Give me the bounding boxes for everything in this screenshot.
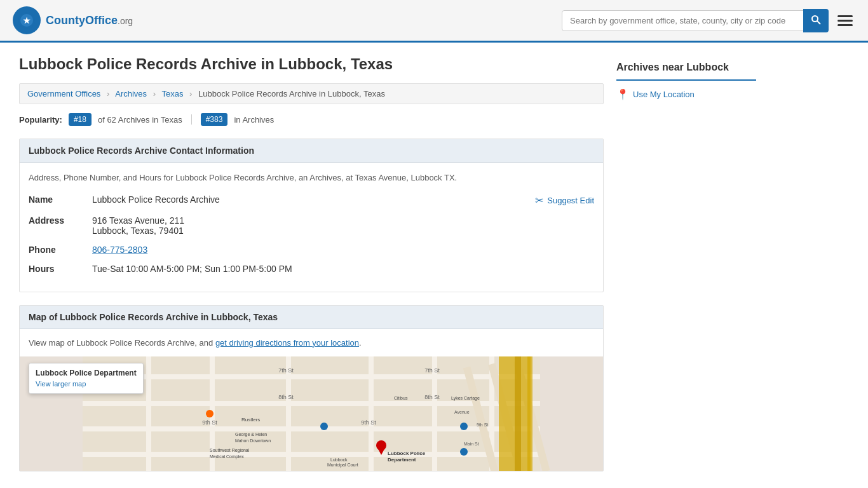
contact-section-body: Address, Phone Number, and Hours for Lub… xyxy=(20,163,603,292)
svg-rect-21 xyxy=(527,356,532,471)
menu-line xyxy=(837,15,853,17)
map-section-header: Map of Lubbock Police Records Archive in… xyxy=(20,306,603,329)
svg-text:Southwest Regional: Southwest Regional xyxy=(210,448,250,453)
main-container: Lubbock Police Records Archive in Lubboc… xyxy=(0,43,868,484)
breadcrumb-sep: › xyxy=(153,89,156,98)
breadcrumb-current: Lubbock Police Records Archive in Lubboc… xyxy=(198,89,385,98)
svg-text:Department: Department xyxy=(388,457,416,463)
content-area: Lubbock Police Records Archive in Lubboc… xyxy=(19,55,604,471)
use-my-location-link[interactable]: 📍 Use My Location xyxy=(616,88,756,100)
name-row: Name Lubbock Police Records Archive ✂ Su… xyxy=(29,194,594,207)
phone-value: 806-775-2803 xyxy=(92,245,594,255)
logo-area: ★ CountyOffice.org xyxy=(13,6,133,34)
popularity-rank2-badge: #383 xyxy=(201,113,228,126)
contact-section: Lubbock Police Records Archive Contact I… xyxy=(19,139,604,292)
map-desc-after: . xyxy=(359,338,362,348)
hours-row: Hours Tue-Sat 10:00 AM-5:00 PM; Sun 1:00… xyxy=(29,264,594,274)
map-popup: Lubbock Police Department View larger ma… xyxy=(29,363,144,394)
svg-text:7th St: 7th St xyxy=(278,367,294,374)
svg-text:Rustlers: Rustlers xyxy=(241,417,260,423)
address-line2: Lubbock, Texas, 79401 xyxy=(92,226,184,236)
driving-directions-link[interactable]: get driving directions from your locatio… xyxy=(215,338,359,348)
phone-label: Phone xyxy=(29,245,92,255)
svg-text:Municipal Court: Municipal Court xyxy=(327,463,358,468)
breadcrumb-sep: › xyxy=(189,89,192,98)
phone-row: Phone 806-775-2803 xyxy=(29,245,594,255)
svg-text:Mahon Downtown: Mahon Downtown xyxy=(235,438,271,443)
svg-text:8th St: 8th St xyxy=(278,394,294,400)
use-location-label: Use My Location xyxy=(633,90,695,99)
svg-text:Citibus: Citibus xyxy=(394,396,408,400)
phone-link[interactable]: 806-775-2803 xyxy=(92,245,147,255)
popularity-label: Popularity: xyxy=(19,115,62,125)
logo-icon: ★ xyxy=(13,6,41,34)
svg-text:Medical Complex: Medical Complex xyxy=(210,454,244,459)
svg-text:8th St: 8th St xyxy=(424,394,440,400)
breadcrumb: Government Offices › Archives › Texas › … xyxy=(19,83,604,104)
svg-point-3 xyxy=(812,16,818,22)
sidebar-title: Archives near Lubbock xyxy=(616,55,756,81)
popularity-rank2-text: in Archives xyxy=(234,115,274,125)
location-pin-icon: 📍 xyxy=(616,88,629,100)
svg-text:9th St: 9th St xyxy=(202,419,217,426)
svg-rect-20 xyxy=(515,356,521,471)
hours-value: Tue-Sat 10:00 AM-5:00 PM; Sun 1:00 PM-5:… xyxy=(92,264,594,274)
menu-line xyxy=(837,24,853,26)
popularity-bar: Popularity: #18 of 62 Archives in Texas … xyxy=(19,113,604,126)
menu-line xyxy=(837,20,853,22)
svg-text:Lubbock Police: Lubbock Police xyxy=(388,451,426,456)
map-desc-before: View map of Lubbock Police Records Archi… xyxy=(29,338,215,348)
svg-rect-13 xyxy=(369,356,374,471)
address-line1: 916 Texas Avenue, 211 xyxy=(92,215,184,226)
search-wrapper xyxy=(562,10,829,31)
popularity-divider xyxy=(191,114,192,125)
address-label: Address xyxy=(29,215,92,226)
breadcrumb-gov-offices[interactable]: Government Offices xyxy=(27,89,100,98)
svg-line-4 xyxy=(817,21,820,24)
name-value: Lubbock Police Records Archive xyxy=(92,194,535,205)
menu-button[interactable] xyxy=(835,13,855,29)
site-header: ★ CountyOffice.org xyxy=(0,0,868,43)
svg-point-32 xyxy=(460,448,468,456)
map-container[interactable]: Lubbock Police Department View larger ma… xyxy=(20,356,603,471)
edit-icon: ✂ xyxy=(535,194,543,207)
svg-text:7th St: 7th St xyxy=(424,367,440,374)
sidebar: Archives near Lubbock 📍 Use My Location xyxy=(616,55,756,471)
contact-section-header: Lubbock Police Records Archive Contact I… xyxy=(20,139,603,163)
map-popup-title: Lubbock Police Department xyxy=(36,369,137,377)
view-larger-map-link[interactable]: View larger map xyxy=(36,380,86,388)
popularity-rank1-text: of 62 Archives in Texas xyxy=(98,115,182,125)
suggest-edit-link[interactable]: ✂ Suggest Edit xyxy=(535,194,594,207)
svg-text:Main St: Main St xyxy=(464,442,479,446)
contact-description: Address, Phone Number, and Hours for Lub… xyxy=(29,172,594,184)
svg-text:9th St: 9th St xyxy=(477,423,488,427)
svg-rect-12 xyxy=(286,356,291,471)
address-value: 916 Texas Avenue, 211 Lubbock, Texas, 79… xyxy=(92,215,594,236)
svg-text:9th St: 9th St xyxy=(361,419,376,426)
popularity-rank1-badge: #18 xyxy=(69,113,92,126)
svg-point-33 xyxy=(206,410,214,417)
logo-text: CountyOffice.org xyxy=(46,14,133,27)
page-title: Lubbock Police Records Archive in Lubboc… xyxy=(19,55,604,73)
address-row: Address 916 Texas Avenue, 211 Lubbock, T… xyxy=(29,215,594,236)
suggest-edit-label: Suggest Edit xyxy=(547,196,594,205)
svg-point-30 xyxy=(320,423,328,430)
svg-text:Lykes Cartage: Lykes Cartage xyxy=(451,396,480,401)
breadcrumb-sep: › xyxy=(107,89,109,98)
svg-text:★: ★ xyxy=(23,16,31,25)
map-section: Map of Lubbock Police Records Archive in… xyxy=(19,305,604,472)
svg-point-31 xyxy=(460,423,468,430)
svg-text:Avenue: Avenue xyxy=(454,410,470,414)
map-description: View map of Lubbock Police Records Archi… xyxy=(20,329,603,357)
breadcrumb-archives[interactable]: Archives xyxy=(115,89,147,98)
search-input[interactable] xyxy=(562,10,829,31)
breadcrumb-texas[interactable]: Texas xyxy=(161,89,183,98)
svg-rect-14 xyxy=(432,356,437,471)
search-area xyxy=(562,10,855,31)
svg-rect-10 xyxy=(146,356,151,471)
name-label: Name xyxy=(29,194,92,205)
hours-label: Hours xyxy=(29,264,92,274)
svg-text:George & Helen: George & Helen xyxy=(235,432,267,437)
search-button[interactable] xyxy=(803,9,829,32)
svg-text:Lubbock: Lubbock xyxy=(330,458,348,462)
